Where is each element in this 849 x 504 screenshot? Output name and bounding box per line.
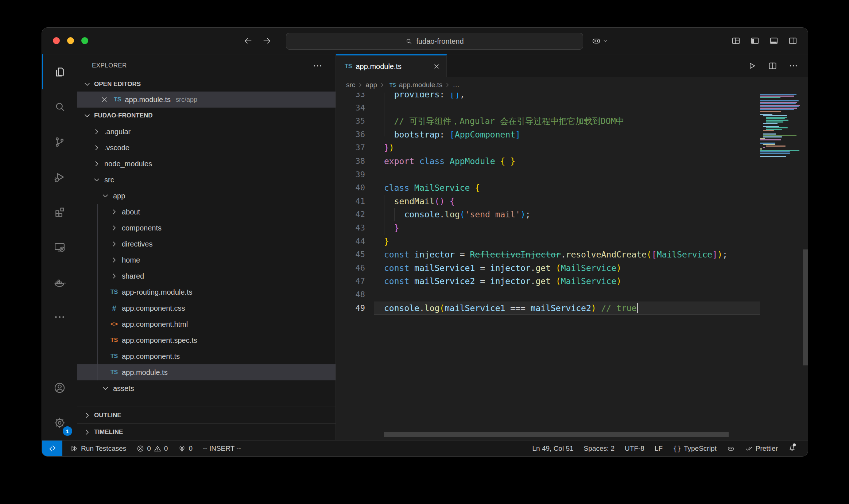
code-line-text: console.log('send mail');: [384, 208, 531, 221]
code-line-39[interactable]: 39: [336, 168, 808, 182]
project-section-header[interactable]: FUDAO-FRONTEND: [77, 108, 336, 124]
activity-bar-item-extensions[interactable]: [42, 194, 77, 229]
breadcrumb-item-app[interactable]: app: [365, 81, 377, 89]
minimap-line: [760, 143, 803, 144]
toggle-panel-icon[interactable]: [769, 36, 779, 46]
activity-bar-item-explorer[interactable]: [42, 54, 77, 89]
minimize-window-button[interactable]: [67, 37, 74, 44]
status-item--insert-[interactable]: -- INSERT --: [203, 445, 241, 453]
activity-bar-item-run-and-debug[interactable]: [42, 159, 77, 194]
code-line-48[interactable]: 48: [336, 288, 808, 302]
status-item-0[interactable]: 0: [178, 445, 193, 453]
code-line-36[interactable]: 36 bootstrap: [AppComponent]: [336, 128, 808, 141]
status-item-typescript[interactable]: {}TypeScript: [673, 445, 717, 453]
code-editor[interactable]: 33 providers: [],3435 // 可引导组件，Angular 会…: [336, 93, 808, 440]
split-editor-icon[interactable]: [768, 61, 778, 71]
code-line-33[interactable]: 33 providers: [],: [336, 93, 808, 101]
tree-folder-home[interactable]: home: [77, 252, 336, 268]
tree-file-app-component-css[interactable]: #app.component.css: [77, 300, 336, 316]
code-line-47[interactable]: 47const mailService2 = injector.get (Mai…: [336, 275, 808, 288]
close-tab-icon[interactable]: [433, 62, 441, 70]
open-editors-label: OPEN EDITORS: [94, 81, 141, 88]
tree-folder-about[interactable]: about: [77, 204, 336, 220]
horizontal-scrollbar[interactable]: [384, 432, 729, 437]
tree-file-app-module-ts[interactable]: TSapp.module.ts: [77, 364, 336, 380]
minimap-line: [760, 139, 803, 140]
activity-bar-item-remote-explorer[interactable]: [42, 229, 77, 264]
activity-bar-item-more[interactable]: [42, 299, 77, 334]
minimap-line: [760, 112, 803, 113]
code-line-37[interactable]: 37}): [336, 141, 808, 155]
code-line-43[interactable]: 43 }: [336, 221, 808, 235]
tab-app-module-ts[interactable]: TS app.module.ts: [336, 54, 447, 77]
status-item-spaces-2[interactable]: Spaces: 2: [584, 445, 615, 453]
code-line-40[interactable]: 40class MailService {: [336, 181, 808, 195]
toggle-primary-sidebar-icon[interactable]: [750, 36, 760, 46]
status-item-ln-49-col-51[interactable]: Ln 49, Col 51: [532, 445, 574, 453]
status-item-prettier[interactable]: Prettier: [745, 445, 778, 453]
chevron-down-icon: [101, 191, 110, 201]
minimap-line: [760, 111, 803, 112]
copilot-menu[interactable]: [591, 28, 609, 54]
minimap-line: [760, 100, 803, 101]
search-value: fudao-frontend: [416, 37, 464, 46]
forward-icon[interactable]: [262, 36, 272, 46]
code-line-44[interactable]: 44}: [336, 235, 808, 248]
timeline-section-header[interactable]: TIMELINE: [77, 423, 336, 440]
status-item-run-testcases[interactable]: Run Testcases: [70, 445, 126, 453]
code-line-45[interactable]: 45const injector = ReflectiveInjector.re…: [336, 248, 808, 261]
outline-section-header[interactable]: OUTLINE: [77, 407, 336, 423]
tree-folder--vscode[interactable]: .vscode: [77, 140, 336, 156]
code-line-35[interactable]: 35 // 可引导组件，Angular 会在引导过程中把它加载到DOM中: [336, 115, 808, 128]
status-item-utf-8[interactable]: UTF-8: [625, 445, 644, 453]
activity-bar-item-settings[interactable]: 1: [42, 405, 77, 440]
tree-folder--angular[interactable]: .angular: [77, 124, 336, 140]
breadcrumb-item-src[interactable]: src: [346, 81, 355, 89]
minimap-line: [760, 156, 803, 157]
explorer-more-actions[interactable]: ⋯: [313, 60, 323, 71]
code-line-38[interactable]: 38export class AppModule { }: [336, 155, 808, 168]
remote-indicator[interactable]: [42, 441, 62, 456]
activity-bar-item-search[interactable]: [42, 89, 77, 124]
status-item-0[interactable]: 00: [136, 445, 168, 453]
run-file-icon[interactable]: [747, 61, 757, 71]
activity-bar-item-docker[interactable]: [42, 264, 77, 299]
vertical-scrollbar[interactable]: [803, 249, 808, 365]
customize-layout-icon[interactable]: [731, 36, 741, 46]
tree-folder-src[interactable]: src: [77, 172, 336, 188]
code-line-49[interactable]: 49console.log(mailService1 === mailServi…: [336, 302, 808, 315]
tree-file-app-component-html[interactable]: <>app.component.html: [77, 316, 336, 332]
close-window-button[interactable]: [53, 37, 60, 44]
activity-bar-item-source-control[interactable]: [42, 124, 77, 159]
more-actions-icon[interactable]: [788, 61, 798, 71]
code-line-text: console.log(mailService1 === mailService…: [384, 302, 638, 315]
code-line-46[interactable]: 46const mailService1 = injector.get (Mai…: [336, 261, 808, 275]
tree-file-app-routing-module-ts[interactable]: TSapp-routing.module.ts: [77, 284, 336, 300]
status-item-lf[interactable]: LF: [655, 445, 663, 453]
breadcrumb-item-app-module-ts[interactable]: app.module.ts: [399, 81, 442, 89]
back-icon[interactable]: [243, 36, 253, 46]
toggle-secondary-sidebar-icon[interactable]: [788, 36, 798, 46]
close-icon[interactable]: [100, 95, 109, 104]
activity-bar-item-account[interactable]: [42, 370, 77, 405]
tree-folder-app[interactable]: app: [77, 188, 336, 204]
minimap[interactable]: [760, 94, 803, 158]
tree-folder-directives[interactable]: directives: [77, 236, 336, 252]
open-editors-section-header[interactable]: OPEN EDITORS: [77, 77, 336, 92]
maximize-window-button[interactable]: [81, 37, 88, 44]
code-line-41[interactable]: 41 sendMail() {: [336, 195, 808, 208]
tree-folder-shared[interactable]: shared: [77, 268, 336, 284]
breadcrumb-item--[interactable]: …: [453, 81, 460, 89]
open-editor-item-app-module[interactable]: TS app.module.ts src/app: [77, 92, 336, 108]
tree-folder-node-modules[interactable]: node_modules: [77, 156, 336, 172]
tree-file-app-component-ts[interactable]: TSapp.component.ts: [77, 348, 336, 364]
code-line-34[interactable]: 34: [336, 101, 808, 115]
code-line-42[interactable]: 42 console.log('send mail');: [336, 208, 808, 221]
tree-folder-assets[interactable]: assets: [77, 380, 336, 396]
tree-folder-components[interactable]: components: [77, 220, 336, 236]
files-icon: [53, 66, 66, 78]
command-center-search[interactable]: fudao-frontend: [286, 33, 583, 50]
status-item-bell[interactable]: [788, 443, 796, 453]
status-item-copilot[interactable]: [727, 445, 735, 453]
tree-file-app-component-spec-ts[interactable]: TSapp.component.spec.ts: [77, 332, 336, 348]
